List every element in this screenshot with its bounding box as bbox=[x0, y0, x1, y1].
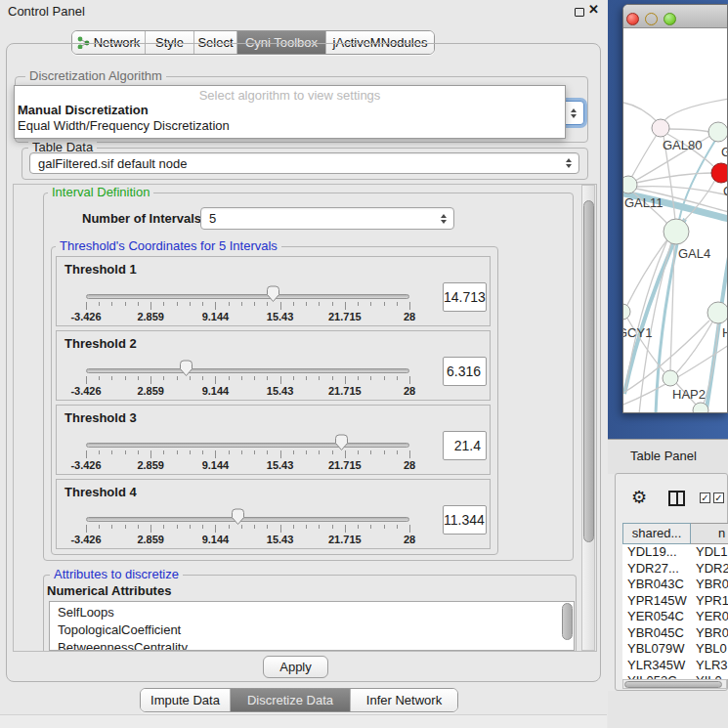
slider-tick bbox=[306, 302, 307, 306]
network-node-hap2[interactable] bbox=[663, 370, 678, 386]
network-window-titlebar[interactable] bbox=[623, 5, 727, 28]
slider-tick bbox=[306, 525, 307, 529]
split-panel-icon[interactable] bbox=[668, 491, 685, 506]
attribute-item-betweennesscentrality[interactable]: BetweennessCentrality bbox=[58, 640, 188, 651]
table-data-select[interactable]: galFiltered.sif default node bbox=[29, 152, 579, 174]
table-row-ybr045c[interactable]: YBR045CYBR0 bbox=[622, 625, 728, 642]
slider-tick bbox=[280, 376, 281, 384]
slider-tick bbox=[111, 525, 112, 529]
network-canvas[interactable]: GAL80GACGAL11GAL4GCY1HAHAP2 bbox=[623, 27, 728, 413]
network-edge[interactable] bbox=[636, 173, 712, 183]
network-node[interactable] bbox=[693, 403, 708, 413]
slider-tick bbox=[358, 450, 359, 454]
network-edge[interactable] bbox=[623, 103, 659, 123]
network-node-gal4[interactable] bbox=[664, 219, 689, 244]
slider-track[interactable] bbox=[86, 517, 409, 522]
thresholds-group-title: Threshold's Coordinates for 5 Intervals bbox=[56, 239, 281, 253]
threshold-value-field[interactable]: 11.344 bbox=[443, 505, 487, 535]
network-edge[interactable] bbox=[631, 135, 657, 178]
slider-tick bbox=[163, 302, 164, 306]
slider-tick bbox=[397, 525, 398, 529]
slider-tick bbox=[370, 376, 371, 380]
slider-thumb[interactable] bbox=[179, 360, 193, 377]
table-row-ydl19[interactable]: YDL19...YDL1 bbox=[622, 544, 728, 561]
checkbox-icon[interactable]: ✓ bbox=[713, 492, 724, 503]
slider-thumb[interactable] bbox=[231, 508, 245, 526]
table-hscrollbar-thumb[interactable] bbox=[624, 681, 722, 688]
table-row-yer054c[interactable]: YER054CYER0 bbox=[622, 609, 728, 625]
panel-title: Control Panel bbox=[8, 4, 85, 19]
network-edge[interactable] bbox=[663, 99, 728, 123]
threshold-row-4: Threshold 4-3.4262.8599.14415.4321.71528… bbox=[56, 479, 491, 549]
threshold-value-field[interactable]: 21.4 bbox=[443, 431, 487, 460]
threshold-value-field[interactable]: 14.713 bbox=[443, 282, 487, 312]
table-cell-name: YBL0 bbox=[696, 641, 727, 658]
slider-tick-label: 21.715 bbox=[323, 459, 366, 471]
checkbox-icon[interactable]: ✓ bbox=[700, 492, 710, 503]
network-node-label: GA bbox=[721, 145, 728, 159]
num-intervals-select[interactable]: 5 bbox=[200, 207, 454, 230]
table-row-ypr145w[interactable]: YPR145WYPR1 bbox=[622, 593, 728, 610]
minimize-traffic-light-icon[interactable] bbox=[645, 13, 658, 25]
zoom-traffic-light-icon[interactable] bbox=[664, 13, 676, 25]
slider-track[interactable] bbox=[86, 443, 409, 448]
slider-tick-label: 9.144 bbox=[193, 311, 236, 322]
network-node-label: GAL11 bbox=[624, 195, 664, 210]
slider-tick bbox=[190, 302, 191, 306]
slider-tick bbox=[241, 376, 242, 380]
network-node-ga[interactable] bbox=[708, 122, 728, 142]
main-scrollbar-thumb[interactable] bbox=[583, 200, 594, 542]
close-traffic-light-icon[interactable] bbox=[626, 13, 639, 25]
slider-thumb[interactable] bbox=[334, 434, 349, 451]
apply-button[interactable]: Apply bbox=[263, 656, 328, 678]
network-node-gcy1[interactable] bbox=[623, 304, 630, 320]
threshold-label: Threshold 2 bbox=[64, 336, 137, 351]
slider-tick bbox=[409, 525, 410, 533]
table-cell-name: YDL1 bbox=[696, 544, 728, 561]
slider-tick bbox=[215, 525, 216, 533]
tab-label: Impute Data bbox=[150, 693, 220, 707]
attributes-scrollbar-thumb[interactable] bbox=[562, 603, 573, 640]
slider-tick bbox=[267, 376, 268, 380]
slider-tick bbox=[111, 376, 112, 380]
network-node-gal80[interactable] bbox=[652, 119, 669, 137]
slider-track[interactable] bbox=[86, 294, 409, 299]
slider-tick-label: -3.426 bbox=[64, 534, 107, 545]
slider-tick bbox=[125, 525, 126, 529]
network-node-ha[interactable] bbox=[707, 302, 728, 323]
gear-icon[interactable]: ⚙ bbox=[631, 487, 647, 508]
table-panel-title: Table Panel bbox=[630, 449, 697, 463]
threshold-value-field[interactable]: 6.316 bbox=[443, 357, 487, 386]
table-row-ydr27[interactable]: YDR27...YDR2 bbox=[622, 561, 728, 578]
close-icon[interactable]: ✕ bbox=[588, 2, 599, 17]
network-edge[interactable] bbox=[636, 187, 728, 195]
tab-impute-data[interactable]: Impute Data bbox=[141, 689, 231, 711]
slider-track[interactable] bbox=[86, 368, 409, 373]
table-row-ylr345w[interactable]: YLR345WYLR3 bbox=[622, 658, 728, 674]
network-node-gal11[interactable] bbox=[623, 176, 637, 193]
slider-tick-label: 21.715 bbox=[323, 311, 366, 322]
numerical-attributes-list[interactable]: SelfLoopsTopologicalCoefficientBetweenne… bbox=[49, 601, 575, 651]
slider-tick bbox=[86, 302, 87, 310]
tab-label: Infer Network bbox=[366, 693, 442, 707]
slider-tick-label: 15.43 bbox=[259, 459, 302, 471]
network-edge[interactable] bbox=[668, 129, 710, 132]
slider-tick bbox=[254, 450, 255, 454]
table-cell-shared: YPR145W bbox=[627, 593, 687, 610]
tab-infer-network[interactable]: Infer Network bbox=[351, 689, 457, 711]
float-window-icon[interactable] bbox=[575, 8, 584, 17]
network-node-label: HAP2 bbox=[672, 387, 706, 402]
slider-tick-label: 21.715 bbox=[323, 385, 366, 397]
table-row-ybl079w[interactable]: YBL079WYBL0 bbox=[622, 641, 728, 658]
slider-thumb[interactable] bbox=[266, 285, 280, 303]
algorithm-popup-item-equal-width-frequency-discretization[interactable]: Equal Width/Frequency Discretization bbox=[18, 118, 562, 134]
slider-tick-label: 15.43 bbox=[259, 311, 302, 322]
algorithm-popup-item-manual-discretization[interactable]: Manual Discretization bbox=[18, 103, 562, 118]
network-node-c[interactable] bbox=[711, 163, 728, 183]
table-column-header-name[interactable]: n bbox=[691, 523, 728, 544]
table-row-ybr043c[interactable]: YBR043CYBR0 bbox=[622, 577, 728, 593]
table-column-header-shared[interactable]: shared... bbox=[622, 523, 691, 544]
attribute-item-selfloops[interactable]: SelfLoops bbox=[58, 605, 114, 620]
tab-discretize-data[interactable]: Discretize Data bbox=[231, 689, 351, 711]
attribute-item-topologicalcoefficient[interactable]: TopologicalCoefficient bbox=[58, 622, 181, 637]
